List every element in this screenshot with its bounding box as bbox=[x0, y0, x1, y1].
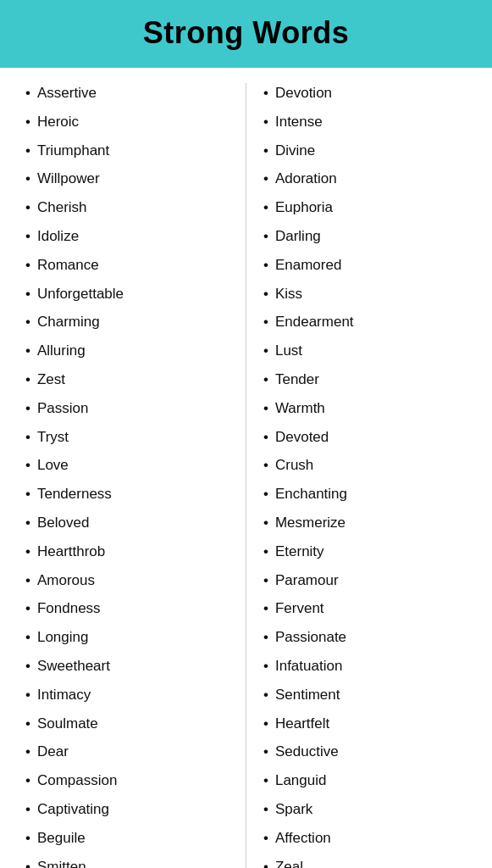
word-text: Languid bbox=[275, 771, 327, 791]
word-text: Smitten bbox=[37, 857, 86, 868]
word-text: Love bbox=[37, 455, 69, 476]
list-item: •Beguile bbox=[25, 828, 229, 849]
list-item: •Seductive bbox=[263, 742, 467, 762]
word-text: Longing bbox=[37, 627, 89, 648]
list-item: •Heartfelt bbox=[263, 714, 467, 734]
list-item: •Captivating bbox=[25, 799, 229, 820]
list-item: •Infatuation bbox=[263, 656, 467, 676]
word-text: Darling bbox=[275, 226, 321, 247]
list-item: •Fervent bbox=[263, 598, 467, 619]
list-item: •Soulmate bbox=[25, 714, 229, 734]
word-text: Enamored bbox=[275, 255, 341, 275]
word-text: Divine bbox=[275, 141, 315, 161]
word-text: Heartfelt bbox=[275, 714, 329, 734]
bullet: • bbox=[25, 714, 30, 734]
right-column: •Devotion•Intense•Divine•Adoration•Eupho… bbox=[246, 83, 475, 868]
list-item: •Intimacy bbox=[25, 685, 229, 705]
list-item: •Sentiment bbox=[263, 685, 467, 705]
word-text: Paramour bbox=[275, 570, 339, 591]
bullet: • bbox=[263, 112, 268, 132]
list-item: •Devoted bbox=[263, 427, 467, 448]
word-text: Crush bbox=[275, 455, 313, 476]
bullet: • bbox=[263, 828, 268, 849]
bullet: • bbox=[263, 771, 268, 791]
bullet: • bbox=[263, 656, 268, 676]
list-item: •Heroic bbox=[25, 112, 229, 132]
list-item: •Warmth bbox=[263, 398, 467, 419]
word-text: Soulmate bbox=[37, 714, 98, 734]
word-text: Romance bbox=[37, 255, 99, 275]
word-text: Devotion bbox=[275, 83, 332, 103]
list-item: •Zest bbox=[25, 370, 229, 390]
word-text: Tenderness bbox=[37, 484, 112, 504]
word-text: Spark bbox=[275, 799, 312, 820]
bullet: • bbox=[25, 112, 30, 132]
bullet: • bbox=[263, 542, 268, 562]
bullet: • bbox=[25, 742, 30, 762]
word-text: Dear bbox=[37, 742, 69, 762]
word-text: Passionate bbox=[275, 627, 346, 648]
bullet: • bbox=[263, 598, 268, 619]
bullet: • bbox=[25, 341, 30, 361]
bullet: • bbox=[25, 857, 30, 868]
bullet: • bbox=[25, 771, 30, 791]
bullet: • bbox=[25, 685, 30, 705]
word-text: Kiss bbox=[275, 284, 302, 304]
word-text: Triumphant bbox=[37, 141, 109, 161]
list-item: •Intense bbox=[263, 112, 467, 132]
word-text: Infatuation bbox=[275, 656, 342, 676]
bullet: • bbox=[263, 799, 268, 820]
list-item: •Languid bbox=[263, 771, 467, 791]
bullet: • bbox=[263, 141, 268, 161]
list-item: •Willpower bbox=[25, 169, 229, 189]
list-item: •Love bbox=[25, 455, 229, 476]
list-item: •Tryst bbox=[25, 427, 229, 448]
list-item: •Compassion bbox=[25, 771, 229, 791]
word-text: Amorous bbox=[37, 570, 95, 591]
list-item: •Romance bbox=[25, 255, 229, 275]
list-item: •Affection bbox=[263, 828, 467, 849]
word-text: Affection bbox=[275, 828, 331, 849]
bullet: • bbox=[263, 169, 268, 189]
bullet: • bbox=[25, 455, 30, 476]
list-item: •Tender bbox=[263, 370, 467, 390]
list-item: •Beloved bbox=[25, 513, 229, 533]
word-text: Unforgettable bbox=[37, 284, 124, 304]
bullet: • bbox=[25, 83, 30, 103]
list-item: •Idolize bbox=[25, 226, 229, 247]
bullet: • bbox=[263, 198, 268, 218]
bullet: • bbox=[25, 226, 30, 247]
content-area: •Assertive•Heroic•Triumphant•Willpower•C… bbox=[0, 68, 492, 868]
word-text: Tender bbox=[275, 370, 319, 390]
list-item: •Charming bbox=[25, 312, 229, 332]
list-item: •Passion bbox=[25, 398, 229, 419]
list-item: •Lust bbox=[263, 341, 467, 361]
list-item: •Tenderness bbox=[25, 484, 229, 504]
list-item: •Divine bbox=[263, 141, 467, 161]
word-text: Assertive bbox=[37, 83, 97, 103]
bullet: • bbox=[25, 799, 30, 820]
list-item: •Enchanting bbox=[263, 484, 467, 504]
word-text: Cherish bbox=[37, 198, 87, 218]
bullet: • bbox=[263, 484, 268, 504]
word-text: Endearment bbox=[275, 312, 354, 332]
word-text: Eternity bbox=[275, 542, 324, 562]
word-text: Fondness bbox=[37, 598, 101, 619]
bullet: • bbox=[263, 455, 268, 476]
list-item: •Unforgettable bbox=[25, 284, 229, 304]
list-item: •Mesmerize bbox=[263, 513, 467, 533]
list-item: •Crush bbox=[263, 455, 467, 476]
list-item: •Assertive bbox=[25, 83, 229, 103]
word-text: Charming bbox=[37, 312, 100, 332]
bullet: • bbox=[263, 570, 268, 591]
bullet: • bbox=[263, 83, 268, 103]
bullet: • bbox=[25, 484, 30, 504]
bullet: • bbox=[263, 398, 268, 419]
list-item: •Amorous bbox=[25, 570, 229, 591]
list-item: •Alluring bbox=[25, 341, 229, 361]
bullet: • bbox=[25, 255, 30, 275]
word-text: Intense bbox=[275, 112, 323, 132]
left-column: •Assertive•Heroic•Triumphant•Willpower•C… bbox=[17, 83, 246, 868]
word-text: Idolize bbox=[37, 226, 79, 247]
word-text: Beloved bbox=[37, 513, 89, 533]
